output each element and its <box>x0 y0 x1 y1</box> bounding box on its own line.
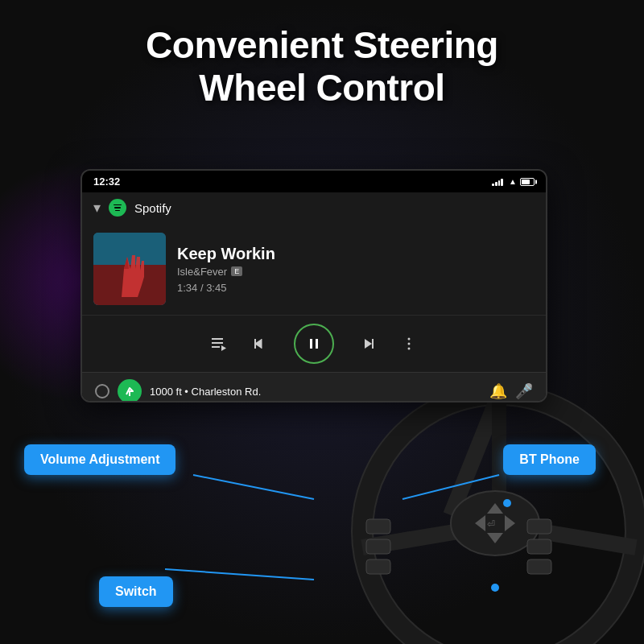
mic-icon[interactable]: 🎤 <box>515 382 533 400</box>
svg-line-37 <box>402 475 499 499</box>
spotify-logo <box>109 199 126 217</box>
track-info: Keep Workin Isle&Fever E 1:34 / 3:45 <box>177 233 535 305</box>
chevron-down-icon[interactable]: ▾ <box>93 199 101 217</box>
signal-icon <box>492 178 503 186</box>
status-icons: ▲ <box>492 177 535 186</box>
app-name: Spotify <box>134 201 171 215</box>
track-time: 1:34 / 3:45 <box>177 282 535 294</box>
track-artist: Isle&Fever E <box>177 266 535 278</box>
album-art <box>93 233 166 305</box>
svg-rect-29 <box>310 339 312 349</box>
svg-point-35 <box>408 348 411 350</box>
svg-marker-31 <box>365 339 372 349</box>
next-button[interactable] <box>358 335 376 353</box>
android-auto-screen: 12:32 ▲ ▾ <box>80 169 547 402</box>
volume-adjustment-label: Volume Adjustment <box>24 444 175 475</box>
status-time: 12:32 <box>93 175 120 188</box>
title-section: Convenient Steering Wheel Control <box>0 0 644 109</box>
nav-bar: 1000 ft • Charleston Rd. 🔔 🎤 <box>82 372 546 402</box>
svg-rect-27 <box>254 339 256 349</box>
nav-text: 1000 ft • Charleston Rd. <box>150 386 481 398</box>
explicit-badge: E <box>231 266 242 276</box>
wifi-icon: ▲ <box>509 177 517 186</box>
title-line1: Convenient Steering <box>0 24 644 67</box>
main-content: Convenient Steering Wheel Control 12:32 … <box>0 0 644 644</box>
status-bar: 12:32 ▲ <box>82 171 546 192</box>
svg-rect-30 <box>316 339 318 349</box>
bell-icon[interactable]: 🔔 <box>489 382 507 400</box>
player-area: Keep Workin Isle&Fever E 1:34 / 3:45 <box>82 223 546 315</box>
svg-rect-32 <box>372 339 374 349</box>
pause-button[interactable] <box>294 324 334 364</box>
app-bar: ▾ Spotify <box>82 192 546 223</box>
controls-row <box>82 315 546 372</box>
more-button[interactable] <box>400 335 418 353</box>
svg-point-34 <box>408 343 411 345</box>
switch-label: Switch <box>99 576 173 607</box>
svg-line-36 <box>193 475 314 499</box>
svg-line-38 <box>165 569 314 580</box>
nav-arrow-button[interactable] <box>118 379 142 402</box>
title-line2: Wheel Control <box>0 67 644 109</box>
queue-button[interactable] <box>210 335 228 353</box>
svg-point-33 <box>408 338 411 341</box>
battery-icon <box>520 178 535 186</box>
bt-phone-label: BT Phone <box>503 444 596 475</box>
svg-marker-25 <box>221 345 226 351</box>
nav-indicator-dot <box>95 384 109 398</box>
track-title: Keep Workin <box>177 245 535 263</box>
prev-button[interactable] <box>252 335 270 353</box>
